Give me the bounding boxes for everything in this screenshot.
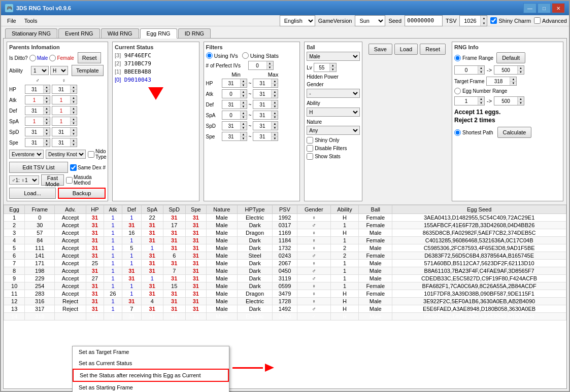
hp-male-spin[interactable]: ▲▼ [25,85,50,94]
def-male-down[interactable]: ▼ [43,111,50,115]
atk-female-down[interactable]: ▼ [70,100,77,104]
default-button[interactable]: Default [496,52,525,63]
female-radio[interactable] [49,55,56,61]
filter-spe-min[interactable]: ▲▼ [222,132,247,141]
spa-male-input[interactable] [25,117,43,125]
context-set-current[interactable]: Set as Current Status [73,358,229,369]
spa-male-spin[interactable]: ▲▼ [25,117,50,126]
atk-male-input[interactable] [25,96,43,104]
spd-female-input[interactable] [52,128,70,136]
atk-male-down[interactable]: ▼ [43,100,50,104]
spa-female-up[interactable]: ▲ [70,117,77,122]
tsv-input[interactable] [460,16,480,26]
reset-main-button[interactable]: Reset [420,44,446,55]
spe-male-up[interactable]: ▲ [43,138,50,143]
filter-atk-max[interactable]: ▲▼ [253,89,278,98]
hp-male-up[interactable]: ▲ [43,85,50,90]
frame-start-spin[interactable]: ▲▼ [454,65,485,75]
same-dex-label[interactable]: Same Dex # [70,164,106,171]
spe-female-down[interactable]: ▼ [70,143,77,147]
filter-hp-min[interactable]: ▲▼ [222,79,247,88]
table-row[interactable]: 13317Reject3117313131MaleDark1492♂HMaleE… [4,305,566,313]
def-female-spin[interactable]: ▲▼ [52,106,77,115]
table-row[interactable]: 7171Accept2511313131MaleDark2067♀1Male57… [4,260,566,267]
def-male-spin[interactable]: ▲▼ [25,106,50,115]
target-frame-spin[interactable]: ▲▼ [486,77,517,86]
egg-start-input[interactable] [455,97,478,105]
menu-tools[interactable]: Tools [20,17,42,25]
context-set-target[interactable]: Set as Target Frame [73,346,229,358]
tab-wild-rng[interactable]: Wild RNG [101,28,139,38]
filter-def-min[interactable]: ▲▼ [222,100,247,109]
tsv-down-arrow[interactable]: ▼ [480,21,487,26]
gender-filter-select[interactable]: - [307,89,360,98]
hp-male-input[interactable] [25,85,43,93]
egg-start-spin[interactable]: ▲▼ [454,96,485,105]
calculate-button[interactable]: Calculate [497,127,532,138]
ability-filter-select[interactable]: H [307,108,360,117]
table-row[interactable]: 10254Accept3111311531MaleDark0599♀1Femal… [4,282,566,290]
show-stats-checkbox[interactable] [307,153,313,160]
perfect-ivs-spin[interactable]: ▲▼ [248,61,274,70]
filter-spa-min[interactable]: ▲▼ [222,111,247,120]
gender-select[interactable]: H [50,66,68,75]
spa-female-spin[interactable]: ▲▼ [52,117,77,126]
save-main-button[interactable]: Save [368,44,392,55]
spd-male-down[interactable]: ▼ [43,132,50,136]
language-select[interactable]: English [280,15,315,26]
gameversion-select[interactable]: Sun Moon [355,15,385,26]
tab-egg-rng[interactable]: Egg RNG [140,28,177,39]
perfect-ivs-down[interactable]: ▼ [266,66,273,70]
ability-select[interactable]: 12H [31,66,49,75]
load-main-button[interactable]: Load [394,44,418,55]
perfect-ivs-input[interactable] [249,61,266,69]
spe-male-spin[interactable]: ▲▼ [25,138,50,147]
spd-male-input[interactable] [25,128,43,136]
knot-select[interactable]: Destiny Knot [46,150,86,159]
atk-female-up[interactable]: ▲ [70,96,77,100]
atk-male-up[interactable]: ▲ [43,96,50,100]
table-row[interactable]: 230Accept31131311731MaleDark0317♂1Female… [4,222,566,229]
shiny-charm-label[interactable]: Shiny Charm [490,17,531,24]
filter-def-max[interactable]: ▲▼ [253,100,278,109]
frame-end-input[interactable] [494,66,517,74]
spd-female-up[interactable]: ▲ [70,128,77,132]
spe-male-input[interactable] [25,138,43,147]
using-stats-radio[interactable] [242,52,249,59]
using-ivs-radio[interactable] [206,52,213,59]
spa-male-up[interactable]: ▲ [43,117,50,122]
edit-tsv-button[interactable]: Edit TSV List [9,162,68,173]
maximize-button[interactable]: □ [538,3,551,13]
spa-female-down[interactable]: ▼ [70,122,77,126]
spd-male-up[interactable]: ▲ [43,128,50,132]
hp-female-down[interactable]: ▼ [70,90,77,94]
filter-atk-min[interactable]: ▲▼ [222,89,247,98]
nature-select[interactable]: Everstone [9,150,44,159]
shortest-path-radio[interactable] [454,129,461,136]
table-row[interactable]: 357Accept31116313131MaleDragon1169♀HMale… [4,229,566,237]
same-dex-checkbox[interactable] [70,164,77,171]
show-stats-label[interactable]: Show Stats [307,153,360,160]
fast-mode-button[interactable]: Fast Mode [41,174,64,186]
nido-label[interactable]: Nido Type [88,149,107,160]
tsv-up-arrow[interactable]: ▲ [480,16,487,21]
atk-male-spin[interactable]: ▲▼ [25,95,50,104]
lv-spin[interactable]: ▲▼ [314,63,337,72]
female-radio-label[interactable]: Female [49,55,74,61]
spe-female-spin[interactable]: ▲▼ [52,138,77,147]
egg-range-radio-label[interactable]: Egg Number Range [454,88,507,94]
table-row[interactable]: 484Accept3111313131MaleDark1184♀1FemaleC… [4,237,566,244]
def-female-input[interactable] [52,106,70,115]
spd-female-down[interactable]: ▼ [70,132,77,136]
egg-end-spin[interactable]: ▲▼ [494,96,524,105]
atk-female-input[interactable] [52,96,70,104]
perfect-ivs-up[interactable]: ▲ [266,61,273,66]
male-radio[interactable] [29,55,36,61]
target-frame-input[interactable] [487,77,510,85]
spa-female-input[interactable] [52,117,70,125]
lv-input[interactable] [314,63,329,72]
filter-spd-max[interactable]: ▲▼ [253,121,278,130]
close-button[interactable]: ✕ [552,3,565,13]
frame-start-input[interactable] [455,66,478,74]
table-row[interactable]: 1431831131313131MaleElectric3290♂HMale5B… [4,313,566,320]
